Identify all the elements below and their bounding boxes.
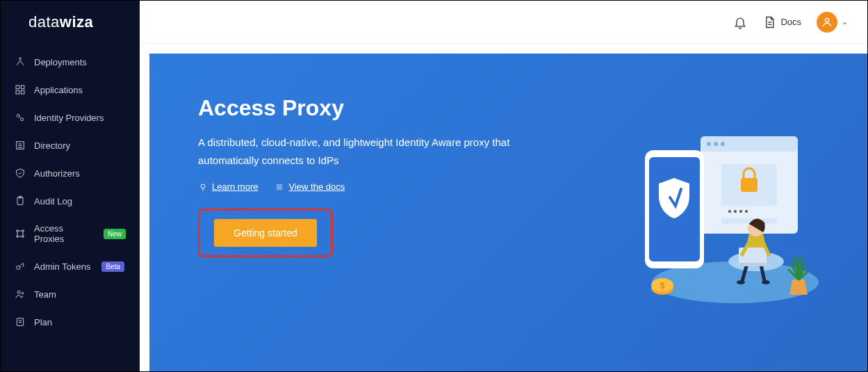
sidebar-item-label: Directory bbox=[34, 140, 70, 151]
svg-point-35 bbox=[721, 142, 725, 146]
sidebar-item-label: Applications bbox=[34, 85, 83, 95]
svg-rect-4 bbox=[21, 90, 24, 94]
identity-icon bbox=[15, 112, 26, 123]
shield-check-icon bbox=[15, 168, 26, 179]
key-icon bbox=[15, 261, 26, 272]
sidebar-item-label: Admin Tokens bbox=[34, 261, 90, 272]
sidebar-item-label: Identity Providers bbox=[34, 113, 104, 123]
svg-point-40 bbox=[739, 210, 742, 213]
sidebar-item-label: Audit Log bbox=[34, 196, 72, 207]
sidebar-item-authorizers[interactable]: Authorizers bbox=[1, 159, 140, 187]
hero-illustration: $ bbox=[610, 108, 833, 317]
beta-badge: Beta bbox=[101, 261, 124, 272]
sidebar-nav: Deployments Applications Identity Provid… bbox=[1, 48, 140, 336]
svg-rect-20 bbox=[17, 318, 23, 326]
svg-point-39 bbox=[734, 210, 737, 213]
learn-more-link[interactable]: Learn more bbox=[198, 181, 258, 192]
view-docs-link[interactable]: View the docs bbox=[275, 181, 345, 192]
svg-point-41 bbox=[745, 210, 748, 213]
svg-point-33 bbox=[707, 142, 711, 146]
svg-point-14 bbox=[22, 230, 24, 232]
svg-point-13 bbox=[17, 230, 19, 232]
main-area: Docs ⌄ Access Proxy A distributed, cloud… bbox=[140, 1, 867, 371]
sidebar-item-audit-log[interactable]: Audit Log bbox=[1, 187, 140, 215]
sidebar-item-applications[interactable]: Applications bbox=[1, 76, 140, 104]
svg-point-17 bbox=[17, 266, 20, 269]
sidebar-item-identity-providers[interactable]: Identity Providers bbox=[1, 104, 140, 131]
svg-rect-37 bbox=[741, 178, 758, 192]
svg-point-0 bbox=[19, 58, 22, 60]
hero-description: A distributed, cloud-native, and lightwe… bbox=[198, 134, 546, 169]
svg-rect-1 bbox=[16, 86, 19, 89]
svg-rect-2 bbox=[21, 86, 24, 89]
brand-logo: datawiza bbox=[1, 10, 140, 48]
svg-point-34 bbox=[714, 142, 718, 146]
bell-icon[interactable] bbox=[733, 15, 747, 29]
hero-title: Access Proxy bbox=[198, 95, 546, 121]
svg-rect-3 bbox=[16, 90, 19, 94]
new-badge: New bbox=[104, 229, 126, 239]
svg-point-6 bbox=[21, 118, 24, 121]
view-docs-label: View the docs bbox=[288, 181, 345, 192]
sidebar-item-label: Deployments bbox=[34, 57, 87, 67]
learn-more-label: Learn more bbox=[212, 181, 258, 192]
svg-point-25 bbox=[825, 18, 828, 22]
sidebar-item-label: Plan bbox=[34, 317, 52, 327]
team-icon bbox=[15, 289, 26, 300]
svg-point-19 bbox=[22, 292, 24, 294]
sidebar-item-access-proxies[interactable]: Access Proxies New bbox=[1, 215, 140, 252]
proxy-icon bbox=[15, 228, 26, 239]
cta-highlight-box: Getting started bbox=[198, 209, 333, 257]
getting-started-button[interactable]: Getting started bbox=[214, 219, 317, 247]
svg-point-26 bbox=[201, 184, 205, 188]
sidebar-item-directory[interactable]: Directory bbox=[1, 131, 140, 159]
plan-icon bbox=[15, 316, 26, 327]
topbar: Docs ⌄ bbox=[140, 1, 867, 44]
svg-point-50 bbox=[762, 280, 770, 284]
svg-point-5 bbox=[17, 114, 19, 117]
brand-bold: wiza bbox=[60, 13, 93, 31]
deployments-icon bbox=[15, 56, 26, 67]
docs-link[interactable]: Docs bbox=[762, 15, 801, 29]
hero-banner: Access Proxy A distributed, cloud-native… bbox=[149, 54, 867, 371]
svg-point-49 bbox=[737, 280, 745, 284]
sidebar-item-label: Team bbox=[34, 289, 56, 300]
chevron-down-icon: ⌄ bbox=[842, 17, 848, 26]
svg-point-16 bbox=[22, 236, 24, 238]
docs-list-icon bbox=[275, 182, 284, 192]
sidebar-item-admin-tokens[interactable]: Admin Tokens Beta bbox=[1, 252, 140, 280]
svg-point-38 bbox=[728, 210, 731, 213]
sidebar-item-team[interactable]: Team bbox=[1, 280, 140, 308]
docs-label: Docs bbox=[780, 17, 801, 27]
sidebar-item-label: Access Proxies bbox=[34, 223, 92, 244]
svg-point-18 bbox=[17, 291, 20, 293]
svg-rect-53 bbox=[735, 263, 770, 266]
svg-rect-42 bbox=[721, 218, 777, 224]
grid-icon bbox=[15, 84, 26, 95]
avatar bbox=[817, 12, 837, 33]
user-menu[interactable]: ⌄ bbox=[817, 12, 848, 33]
sidebar: datawiza Deployments Applications Identi… bbox=[1, 1, 140, 371]
bulb-icon bbox=[198, 182, 208, 192]
sidebar-item-deployments[interactable]: Deployments bbox=[1, 48, 140, 76]
clipboard-icon bbox=[15, 195, 26, 207]
svg-text:$: $ bbox=[660, 281, 665, 291]
list-icon bbox=[15, 140, 26, 151]
svg-point-15 bbox=[17, 236, 19, 238]
brand-pre: data bbox=[28, 13, 60, 31]
sidebar-item-plan[interactable]: Plan bbox=[1, 308, 140, 336]
document-icon bbox=[762, 15, 776, 29]
sidebar-item-label: Authorizers bbox=[34, 168, 80, 179]
